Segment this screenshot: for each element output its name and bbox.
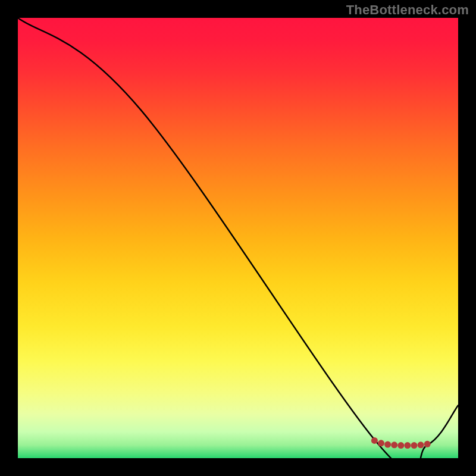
marker-dot bbox=[378, 440, 384, 446]
marker-dot bbox=[371, 437, 378, 444]
marker-dot bbox=[404, 442, 411, 449]
marker-dot bbox=[424, 441, 431, 447]
chart-canvas bbox=[0, 0, 476, 476]
marker-dot bbox=[384, 441, 391, 448]
marker-dot bbox=[391, 441, 397, 448]
marker-dot bbox=[397, 442, 404, 449]
plot-background bbox=[18, 18, 458, 458]
marker-dot bbox=[418, 441, 424, 448]
marker-dot bbox=[411, 442, 418, 449]
attribution-label: TheBottleneck.com bbox=[346, 2, 469, 18]
